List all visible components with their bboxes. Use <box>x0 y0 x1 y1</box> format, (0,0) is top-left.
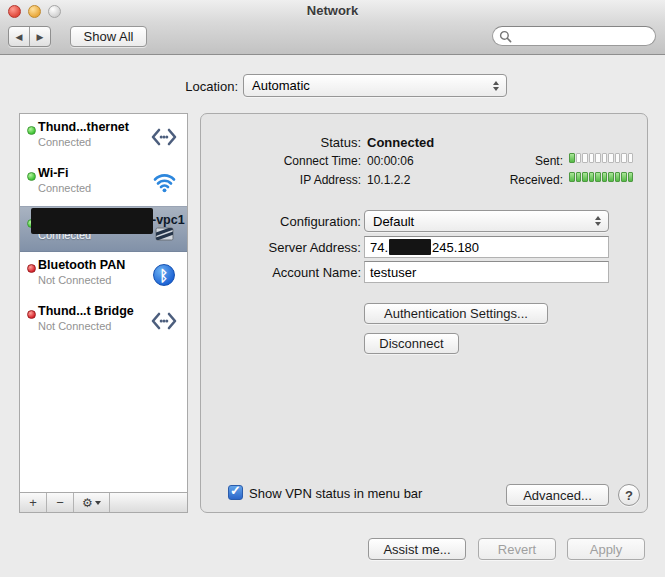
configuration-value: Default <box>373 214 414 229</box>
bluetooth-icon: ᛒ <box>153 264 175 286</box>
title-bar: Network <box>0 0 665 22</box>
status-label: Status: <box>201 135 361 150</box>
show-vpn-status-checkbox[interactable]: ✓ <box>228 485 243 500</box>
configuration-popup[interactable]: Default <box>364 210 609 232</box>
meter-segment <box>569 172 575 182</box>
meter-segment <box>569 153 575 163</box>
meter-segment <box>576 172 582 182</box>
chevron-down-icon <box>95 501 101 505</box>
revert-button[interactable]: Revert <box>478 538 556 560</box>
redaction-box <box>389 239 431 255</box>
status-dot <box>27 126 36 135</box>
sent-label: Sent: <box>473 154 563 168</box>
sent-meter <box>569 153 633 163</box>
disconnect-button[interactable]: Disconnect <box>364 333 459 354</box>
window-title: Network <box>0 3 665 18</box>
ethernet-icon <box>149 123 179 151</box>
add-service-button[interactable]: + <box>20 493 47 512</box>
meter-segment <box>582 172 588 182</box>
ip-address-value: 10.1.2.2 <box>367 173 410 187</box>
forward-button[interactable]: ▶ <box>30 27 50 46</box>
nav-buttons: ◀ ▶ <box>8 26 51 47</box>
status-dot <box>27 264 36 273</box>
service-row[interactable]: Thund...t Bridge Not Connected <box>20 298 187 344</box>
service-actions-button[interactable]: ⚙ <box>74 493 110 512</box>
ip-address-label: IP Address: <box>201 173 361 187</box>
remove-service-button[interactable]: − <box>47 493 74 512</box>
meter-segment <box>589 153 595 163</box>
configuration-label: Configuration: <box>201 214 361 229</box>
server-address-label: Server Address: <box>201 240 361 255</box>
status-dot <box>27 310 36 319</box>
redaction-box <box>31 208 153 234</box>
meter-segment <box>602 172 608 182</box>
detail-pane: Status: Connected Connect Time: 00:00:06… <box>200 113 648 513</box>
meter-segment <box>628 172 634 182</box>
meter-segment <box>615 153 621 163</box>
service-row[interactable]: Wi-Fi Connected <box>20 160 187 206</box>
show-all-button[interactable]: Show All <box>70 26 147 47</box>
bluetooth-icon: ᛒ <box>149 261 179 289</box>
service-row[interactable]: -vpc1 Connected <box>20 206 187 252</box>
apply-button[interactable]: Apply <box>567 538 645 560</box>
location-value: Automatic <box>252 78 310 93</box>
status-value: Connected <box>367 135 434 150</box>
meter-segment <box>621 153 627 163</box>
meter-segment <box>576 153 582 163</box>
location-popup[interactable]: Automatic <box>243 74 507 97</box>
account-name-label: Account Name: <box>201 265 361 280</box>
meter-segment <box>621 172 627 182</box>
back-icon: ◀ <box>16 32 23 42</box>
connect-time-label: Connect Time: <box>201 154 361 168</box>
search-icon <box>499 30 512 43</box>
service-row[interactable]: Thund...thernet Connected <box>20 114 187 160</box>
authentication-settings-button[interactable]: Authentication Settings... <box>364 303 548 324</box>
sidebar-footer: + − ⚙ <box>20 492 187 512</box>
server-address-suffix: 245.180 <box>432 240 479 255</box>
search-input[interactable] <box>492 26 656 46</box>
assist-me-button[interactable]: Assist me... <box>368 538 466 560</box>
location-label: Location: <box>110 79 238 94</box>
meter-segment <box>628 153 634 163</box>
meter-segment <box>589 172 595 182</box>
back-button[interactable]: ◀ <box>9 27 30 46</box>
meter-segment <box>602 153 608 163</box>
received-label: Received: <box>473 173 563 187</box>
status-dot <box>27 172 36 181</box>
service-list: Thund...thernet Connected Wi-Fi Connecte… <box>20 114 187 492</box>
checkmark-icon: ✓ <box>230 483 241 498</box>
received-meter <box>569 172 633 182</box>
meter-segment <box>595 153 601 163</box>
server-address-prefix: 74. <box>370 240 388 255</box>
popup-stepper-icon <box>491 75 501 96</box>
meter-segment <box>608 172 614 182</box>
forward-icon: ▶ <box>37 32 44 42</box>
popup-stepper-icon <box>593 211 603 231</box>
gear-icon: ⚙ <box>82 496 93 510</box>
wifi-icon <box>149 169 179 197</box>
server-address-field[interactable]: 74.245.180 <box>364 236 609 258</box>
service-row[interactable]: Bluetooth PAN Not Connected ᛒ <box>20 252 187 298</box>
connect-time-value: 00:00:06 <box>367 154 414 168</box>
network-services-sidebar: Thund...thernet Connected Wi-Fi Connecte… <box>19 113 188 513</box>
account-name-field[interactable]: testuser <box>364 261 609 283</box>
meter-segment <box>615 172 621 182</box>
meter-segment <box>595 172 601 182</box>
help-button[interactable]: ? <box>618 484 640 506</box>
advanced-button[interactable]: Advanced... <box>506 484 609 506</box>
show-vpn-status-label: Show VPN status in menu bar <box>249 486 422 501</box>
meter-segment <box>608 153 614 163</box>
bridge-icon <box>149 307 179 335</box>
toolbar: ◀ ▶ Show All <box>0 22 665 55</box>
meter-segment <box>582 153 588 163</box>
account-name-value: testuser <box>370 265 416 280</box>
